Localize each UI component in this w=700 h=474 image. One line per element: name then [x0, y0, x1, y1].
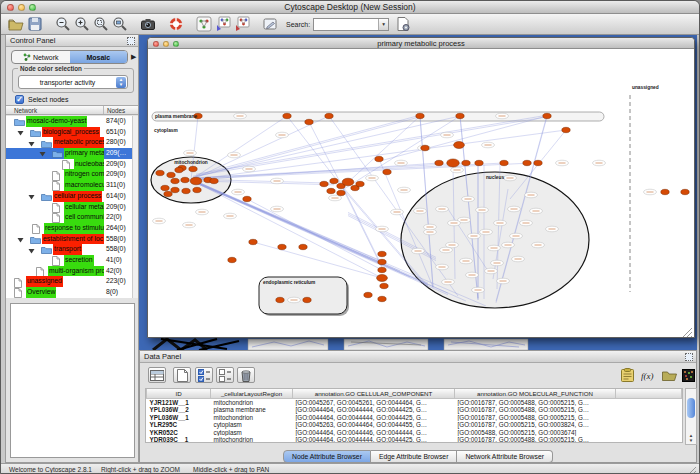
gene-node[interactable]: [190, 177, 202, 185]
zoom-out-icon[interactable]: [53, 15, 72, 34]
gene-node[interactable]: [320, 181, 328, 186]
search-dropdown-arrow[interactable]: ▾: [378, 19, 388, 30]
new-attribute-icon[interactable]: [173, 367, 191, 383]
gene-node[interactable]: [383, 169, 391, 174]
table-column-header[interactable]: _cellularLayoutRegion: [211, 389, 293, 398]
gene-node[interactable]: [171, 178, 179, 183]
gene-node[interactable]: [378, 251, 386, 256]
import-network-icon[interactable]: [213, 15, 232, 34]
tree-row[interactable]: macromolecule311(0): [6, 180, 138, 191]
search-input[interactable]: [314, 19, 378, 30]
gene-node[interactable]: [416, 113, 424, 118]
gene-node[interactable]: [342, 178, 354, 186]
create-network-icon[interactable]: [194, 15, 213, 34]
view-resize-grip-icon[interactable]: [683, 328, 692, 337]
tab-node-attribute-browser[interactable]: Node Attribute Browser: [283, 450, 371, 463]
tree-row[interactable]: secretion41(0): [6, 255, 138, 266]
gene-node[interactable]: [156, 170, 164, 175]
gene-node[interactable]: [456, 113, 464, 118]
gene-node[interactable]: [462, 160, 470, 165]
gene-node[interactable]: [164, 191, 172, 196]
float-data-panel-icon[interactable]: [685, 353, 693, 361]
table-row[interactable]: YPL036W__1mitochondrion[GO:0044464, GO:0…: [147, 414, 682, 422]
tree-row[interactable]: establishment of loc558(0): [6, 234, 138, 245]
gene-node[interactable]: [454, 141, 465, 148]
tree-row[interactable]: response to stimulu264(0): [6, 223, 138, 234]
gene-node[interactable]: [337, 190, 345, 195]
tree-row[interactable]: primary metabol209(…: [6, 148, 138, 159]
tab-network[interactable]: Network: [12, 51, 70, 63]
gene-node[interactable]: [475, 160, 483, 165]
gene-node[interactable]: [193, 187, 201, 192]
gene-node[interactable]: [299, 244, 307, 249]
table-row[interactable]: YPL036W__2plasma membrane[GO:0044464, GO…: [147, 406, 682, 414]
gene-node[interactable]: [228, 257, 236, 262]
tree-row[interactable]: biological_process651(0): [6, 127, 138, 138]
select-all-icon[interactable]: [195, 367, 213, 383]
tree-row[interactable]: metabolic process280(0): [6, 137, 138, 148]
gene-node[interactable]: [500, 160, 508, 165]
select-nodes-checkbox[interactable]: ✓: [15, 95, 24, 104]
zoom-in-icon[interactable]: [72, 15, 91, 34]
gene-node[interactable]: [171, 187, 179, 192]
scrollbar-thumb[interactable]: [687, 398, 695, 418]
gene-node[interactable]: [421, 145, 429, 150]
gene-node[interactable]: [305, 119, 313, 124]
gene-node[interactable]: [378, 259, 386, 264]
node-color-combo[interactable]: transporter activity ▲▼: [18, 75, 128, 89]
gene-node[interactable]: [681, 189, 689, 194]
gene-node[interactable]: [435, 160, 443, 165]
tree-row[interactable]: cell communicati22(0): [6, 212, 138, 223]
table-column-header[interactable]: annotation.GO MOLECULAR_FUNCTION: [455, 389, 616, 398]
table-row[interactable]: YDR039C__1mitochondrion[GO:0044464, GO:0…: [147, 436, 682, 443]
scrollbar-arrows[interactable]: ▲▼: [686, 434, 696, 443]
gene-node[interactable]: [375, 156, 383, 161]
open-icon[interactable]: [6, 15, 25, 34]
birdseye-view-panel[interactable]: [10, 303, 135, 458]
gene-node[interactable]: [243, 196, 251, 201]
table-scrollbar[interactable]: ▲▼: [685, 388, 697, 445]
gene-node[interactable]: [378, 267, 386, 272]
float-panel-icon[interactable]: [127, 37, 135, 45]
annotation-panel-icon[interactable]: [260, 15, 279, 34]
gene-node[interactable]: [276, 297, 284, 302]
tree-row[interactable]: transport558(0): [6, 244, 138, 255]
gene-node[interactable]: [278, 244, 286, 249]
gene-node[interactable]: [181, 177, 189, 182]
tree-row[interactable]: Overview8(0): [6, 287, 138, 298]
unselect-all-icon[interactable]: [216, 367, 234, 383]
gene-node[interactable]: [327, 188, 335, 193]
gene-node[interactable]: [175, 167, 183, 172]
zoom-selected-icon[interactable]: [91, 15, 110, 34]
tab-network-attribute-browser[interactable]: Network Attribute Browser: [457, 450, 553, 463]
table-column-header[interactable]: annotation.GO CELLULAR_COMPONENT: [293, 389, 455, 398]
tab-edge-attribute-browser[interactable]: Edge Attribute Browser: [371, 450, 458, 463]
tree-row[interactable]: unassigned223(0): [6, 276, 138, 287]
network-canvas[interactable]: plasma membranecytoplasmmitochondrionnuc…: [148, 49, 694, 337]
import-file-icon[interactable]: [661, 367, 678, 383]
gene-node[interactable]: [283, 113, 291, 118]
table-row[interactable]: YLR295Ccytoplasm[GO:0045263, GO:0044464,…: [147, 421, 682, 429]
tab-overflow-arrow[interactable]: ▶: [131, 52, 136, 62]
gene-node[interactable]: [161, 185, 169, 190]
tree-row[interactable]: mosaic-demo-yeast874(0): [6, 116, 138, 127]
gene-node[interactable]: [534, 160, 542, 165]
gene-node[interactable]: [364, 292, 372, 297]
attribute-select-icon[interactable]: [148, 367, 166, 383]
import-attributes-icon[interactable]: [232, 15, 251, 34]
gene-node[interactable]: [189, 166, 197, 171]
session-details-icon[interactable]: [393, 15, 412, 34]
gene-node[interactable]: [661, 189, 669, 194]
gene-node[interactable]: [543, 113, 551, 118]
gene-node[interactable]: [562, 127, 570, 132]
gene-node[interactable]: [325, 113, 333, 118]
snapshot-icon[interactable]: [138, 15, 157, 34]
tree-row[interactable]: multi-organism pro42(0): [6, 266, 138, 277]
gene-node[interactable]: [378, 296, 386, 301]
annotation-import-icon[interactable]: [619, 367, 636, 383]
tree-row[interactable]: nucleobase-co209(0): [6, 159, 138, 170]
gene-node[interactable]: [210, 178, 218, 183]
save-icon[interactable]: [25, 15, 44, 34]
gene-node[interactable]: [356, 181, 364, 186]
gene-node[interactable]: [377, 274, 388, 281]
